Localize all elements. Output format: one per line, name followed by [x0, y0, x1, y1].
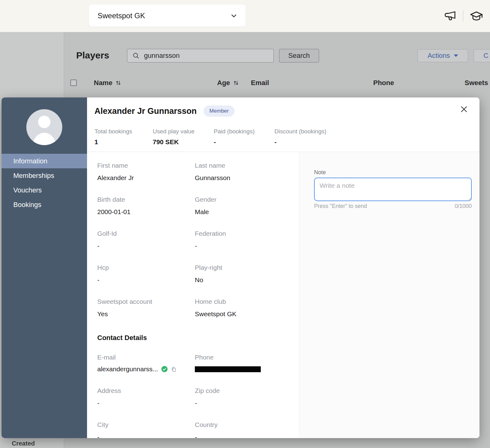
note-input[interactable]: [314, 178, 472, 201]
club-selector-label: Sweetspot GK: [98, 11, 145, 20]
field-email: E-mail alexandergunnarss...: [97, 354, 195, 373]
field-value: -: [195, 433, 299, 438]
field-value: Sweetspot GK: [195, 310, 299, 318]
stat-value: 790 SEK: [153, 138, 209, 146]
player-modal-menu: Information Memberships Vouchers Booking…: [2, 154, 87, 212]
field-label: Zip code: [195, 387, 299, 394]
stat-value: 1: [94, 138, 148, 146]
menu-item-vouchers[interactable]: Vouchers: [2, 183, 87, 197]
avatar-torso: [32, 133, 56, 145]
stat-label: Paid (bookings): [214, 128, 269, 135]
field-golf-id: Golf-Id -: [97, 230, 195, 250]
player-avatar: [26, 109, 62, 145]
topbar: Sweetspot GK: [0, 0, 490, 32]
field-label: Address: [97, 387, 195, 394]
menu-item-bookings-label: Bookings: [13, 201, 42, 209]
player-modal-sidebar: Information Memberships Vouchers Booking…: [2, 97, 87, 438]
note-label: Note: [314, 169, 479, 176]
stat-used-play-value: Used play value 790 SEK: [153, 128, 214, 146]
field-gender: Gender Male: [195, 196, 299, 216]
field-sweetspot-account: Sweetspot account Yes: [97, 298, 195, 318]
field-home-club: Home club Sweetspot GK: [195, 298, 299, 318]
menu-item-information[interactable]: Information: [2, 154, 87, 168]
field-value: -: [97, 242, 195, 250]
menu-item-memberships[interactable]: Memberships: [2, 168, 87, 183]
field-value: No: [195, 276, 299, 284]
avatar-head: [38, 116, 50, 128]
stat-label: Used play value: [153, 128, 209, 135]
stat-label: Discount (bookings): [274, 128, 326, 135]
field-label: Golf-Id: [97, 230, 195, 237]
player-stats-row: Total bookings 1 Used play value 790 SEK…: [94, 128, 479, 146]
contact-details-title: Contact Details: [97, 334, 299, 342]
field-label: Hcp: [97, 264, 195, 271]
menu-item-information-label: Information: [13, 157, 47, 165]
field-country: Country -: [195, 421, 299, 438]
field-value: -: [97, 276, 195, 284]
phone-value-redacted: [195, 366, 261, 372]
field-value: Yes: [97, 310, 195, 318]
field-first-name: First name Alexander Jr: [97, 162, 195, 182]
education-icon[interactable]: [469, 9, 484, 24]
field-play-right: Play-right No: [195, 264, 299, 284]
field-value: Alexander Jr: [97, 174, 195, 182]
field-federation: Federation -: [195, 230, 299, 250]
field-hcp: Hcp -: [97, 264, 195, 284]
stat-total-bookings: Total bookings 1: [94, 128, 153, 146]
club-selector-dropdown[interactable]: Sweetspot GK: [89, 5, 246, 27]
field-label: Phone: [195, 354, 299, 361]
field-value: -: [97, 399, 195, 407]
field-zip-code: Zip code -: [195, 387, 299, 407]
member-badge: Member: [203, 106, 234, 117]
field-city: City -: [97, 421, 195, 438]
field-label: Play-right: [195, 264, 299, 271]
field-value: 2000-01-01: [97, 208, 195, 216]
field-label: Country: [195, 421, 299, 429]
email-value: alexandergunnarss...: [97, 365, 158, 373]
field-last-name: Last name Gunnarsson: [195, 162, 299, 182]
close-button[interactable]: [458, 104, 470, 115]
field-value: Male: [195, 208, 299, 216]
field-value: -: [97, 433, 195, 438]
note-hint: Press "Enter" to send: [314, 203, 367, 209]
field-label: Federation: [195, 230, 299, 237]
note-char-counter: 0/1000: [455, 203, 472, 209]
stat-discount-bookings: Discount (bookings) -: [274, 128, 331, 146]
field-label: Birth date: [97, 196, 195, 203]
topbar-divider: [463, 11, 463, 22]
copy-icon[interactable]: [171, 366, 177, 372]
player-detail-modal: Information Memberships Vouchers Booking…: [2, 97, 479, 438]
field-label: Home club: [195, 298, 299, 305]
field-label: City: [97, 421, 195, 429]
announcements-icon[interactable]: [443, 9, 457, 24]
field-label: Gender: [195, 196, 299, 203]
player-info-fields: First name Alexander Jr Last name Gunnar…: [87, 152, 299, 438]
field-label: First name: [97, 162, 195, 169]
close-icon: [460, 105, 468, 114]
field-value: -: [195, 399, 299, 407]
field-label: Last name: [195, 162, 299, 169]
field-label: E-mail: [97, 354, 195, 361]
player-name-title: Alexander Jr Gunnarsson: [94, 106, 197, 116]
field-birth-date: Birth date 2000-01-01: [97, 196, 195, 216]
stat-value: -: [274, 138, 326, 146]
field-phone: Phone: [195, 354, 299, 373]
stat-label: Total bookings: [94, 128, 148, 135]
menu-item-memberships-label: Memberships: [13, 172, 54, 180]
stat-paid-bookings: Paid (bookings) -: [214, 128, 274, 146]
verified-icon: [161, 366, 168, 373]
field-value: -: [195, 242, 299, 250]
menu-item-bookings[interactable]: Bookings: [2, 197, 87, 212]
stat-value: -: [214, 138, 269, 146]
note-panel: Note Press "Enter" to send 0/1000: [299, 152, 479, 438]
player-modal-content: Alexander Jr Gunnarsson Member Total boo…: [87, 97, 479, 438]
menu-item-vouchers-label: Vouchers: [13, 186, 42, 194]
chevron-down-icon: [230, 12, 238, 19]
field-label: Sweetspot account: [97, 298, 195, 305]
field-address: Address -: [97, 387, 195, 407]
field-value: Gunnarsson: [195, 174, 299, 182]
player-modal-header: Alexander Jr Gunnarsson Member Total boo…: [87, 97, 479, 146]
